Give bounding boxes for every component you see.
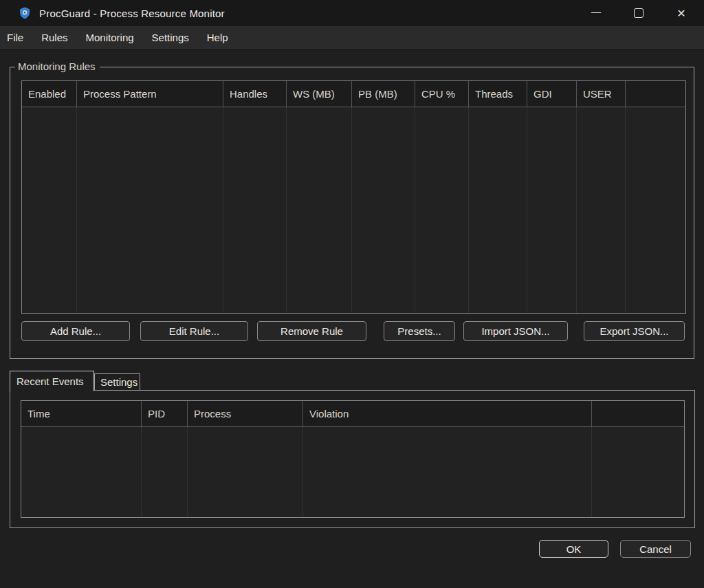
- rules-col-user[interactable]: USER: [577, 81, 626, 107]
- rules-body-col: [22, 107, 77, 313]
- rules-body-col: [626, 107, 685, 313]
- menu-file[interactable]: File: [7, 32, 23, 43]
- minimize-icon: —: [591, 6, 601, 17]
- rules-col-pb-mb[interactable]: PB (MB): [352, 81, 415, 107]
- menu-rules[interactable]: Rules: [41, 32, 67, 43]
- import-json-button[interactable]: Import JSON...: [463, 321, 568, 341]
- rules-body-col: [469, 107, 527, 313]
- menu-bar: File Rules Monitoring Settings Help: [0, 26, 704, 50]
- rules-body-col: [527, 107, 577, 313]
- edit-rule-button[interactable]: Edit Rule...: [140, 321, 248, 341]
- rules-col-ws-mb[interactable]: WS (MB): [287, 81, 352, 107]
- tab-settings[interactable]: Settings: [94, 373, 140, 391]
- caption-buttons: — ✕: [575, 0, 703, 26]
- remove-rule-button[interactable]: Remove Rule: [257, 321, 366, 341]
- events-body-col: [592, 427, 684, 517]
- events-col-time[interactable]: Time: [21, 401, 142, 426]
- rules-body-col: [415, 107, 469, 313]
- tab-recent-events[interactable]: Recent Events: [10, 371, 94, 391]
- presets-button[interactable]: Presets...: [384, 321, 455, 341]
- cancel-button[interactable]: Cancel: [620, 540, 691, 558]
- rules-col-blank: [626, 81, 685, 107]
- procguard-window: ProcGuard - Process Resource Monitor — ✕…: [0, 0, 704, 588]
- rules-body-col: [287, 107, 352, 313]
- rules-col-gdi[interactable]: GDI: [527, 81, 577, 107]
- events-body-col: [303, 427, 592, 517]
- export-json-button[interactable]: Export JSON...: [584, 321, 685, 341]
- events-col-blank: [592, 401, 684, 426]
- rules-table: Enabled Process Pattern Handles WS (MB) …: [21, 80, 686, 314]
- events-col-process[interactable]: Process: [188, 401, 303, 426]
- close-button[interactable]: ✕: [660, 0, 703, 26]
- menu-settings[interactable]: Settings: [152, 32, 189, 43]
- rules-col-cpu[interactable]: CPU %: [415, 81, 469, 107]
- group-title: Monitoring Rules: [15, 61, 100, 72]
- events-col-violation[interactable]: Violation: [303, 401, 592, 426]
- events-body-col: [21, 427, 142, 517]
- menu-monitoring[interactable]: Monitoring: [86, 32, 134, 43]
- maximize-icon: [634, 8, 644, 18]
- minimize-button[interactable]: —: [575, 0, 617, 26]
- rules-body-col: [223, 107, 287, 313]
- menu-help[interactable]: Help: [207, 32, 228, 43]
- rules-col-handles[interactable]: Handles: [223, 81, 287, 107]
- rules-body-col: [77, 107, 223, 313]
- rules-table-body[interactable]: [22, 107, 685, 313]
- rules-col-process-pattern[interactable]: Process Pattern: [77, 81, 223, 107]
- events-table-header: Time PID Process Violation: [21, 401, 684, 427]
- close-icon: ✕: [676, 7, 685, 20]
- monitoring-rules-group: Monitoring Rules Enabled Process Pattern…: [10, 67, 694, 359]
- events-body-col: [142, 427, 188, 517]
- title-bar: ProcGuard - Process Resource Monitor — ✕: [0, 0, 704, 26]
- shield-dot-inner: [24, 12, 26, 14]
- maximize-button[interactable]: [617, 0, 660, 26]
- ok-button[interactable]: OK: [539, 540, 608, 558]
- events-col-pid[interactable]: PID: [142, 401, 188, 426]
- window-title: ProcGuard - Process Resource Monitor: [39, 8, 225, 19]
- add-rule-button[interactable]: Add Rule...: [21, 321, 130, 341]
- events-table: Time PID Process Violation: [21, 400, 685, 518]
- rules-body-col: [352, 107, 415, 313]
- rules-col-enabled[interactable]: Enabled: [22, 81, 77, 107]
- rules-body-col: [577, 107, 626, 313]
- rules-table-header: Enabled Process Pattern Handles WS (MB) …: [22, 81, 685, 107]
- app-shield-icon: [19, 7, 31, 19]
- events-body-col: [188, 427, 303, 517]
- events-table-body[interactable]: [21, 427, 684, 517]
- rules-col-threads[interactable]: Threads: [469, 81, 527, 107]
